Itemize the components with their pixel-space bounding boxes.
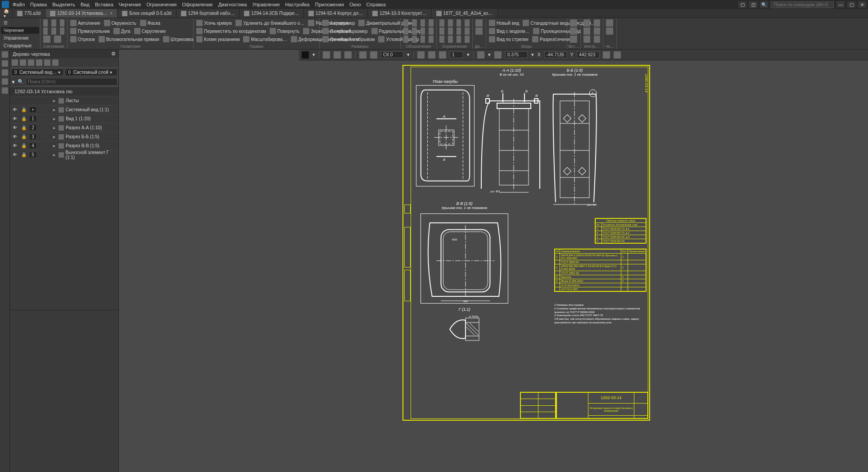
menu-manage[interactable]: Управление (252, 2, 280, 7)
tree-search-input[interactable] (26, 78, 118, 86)
lock-icon[interactable]: 🔒 (21, 107, 27, 112)
menu-insert[interactable]: Вставка (95, 2, 113, 7)
close-button[interactable]: ✕ (858, 1, 866, 8)
tree-row[interactable]: 👁🔒•▸Системный вид (1:1) (10, 105, 118, 114)
tree-row[interactable]: 👁🔒4▸Разрез В-В (1:5) (10, 141, 118, 150)
menu-window[interactable]: Окно (349, 2, 361, 7)
balloon-icon[interactable] (429, 36, 434, 43)
equal-icon[interactable] (457, 27, 461, 35)
open-icon[interactable] (51, 19, 56, 27)
gear-icon[interactable]: ⚙ (111, 51, 116, 57)
rect-button[interactable]: Прямоугольник (70, 28, 110, 34)
tang-icon[interactable] (439, 27, 444, 35)
d2-icon[interactable] (606, 27, 613, 35)
segment-button[interactable]: Отрезок (70, 36, 95, 42)
maximize-button[interactable]: ▢ (847, 1, 855, 8)
menu-settings[interactable]: Настройка (285, 2, 310, 7)
tab-doc[interactable]: 1294 бортовой набо… (176, 9, 240, 18)
perp-icon[interactable] (465, 19, 470, 27)
eye-icon[interactable]: 👁 (12, 152, 18, 157)
menu-drawing[interactable]: Черчение (119, 2, 141, 7)
y-input[interactable] (577, 51, 599, 58)
menu-edit[interactable]: Правка (30, 2, 47, 7)
ins-icon[interactable] (570, 19, 577, 27)
view-dropdown[interactable]: 0Системный вид…▾ (11, 68, 64, 76)
t6-icon[interactable] (594, 36, 601, 43)
eye-icon[interactable]: 👁 (12, 134, 18, 139)
tree-tool-icon[interactable] (20, 59, 26, 66)
circle-button[interactable]: Окружность (104, 20, 136, 26)
redo-icon[interactable] (60, 27, 64, 35)
save-icon[interactable] (60, 19, 64, 27)
t3-icon[interactable] (583, 27, 590, 35)
col-icon[interactable] (457, 36, 461, 43)
rail-icon[interactable] (2, 78, 8, 85)
x-input[interactable] (544, 51, 567, 58)
tab-doc[interactable]: 775.a3d (13, 9, 45, 18)
lock-icon[interactable]: 🔒 (21, 125, 27, 130)
mark2-icon[interactable] (429, 19, 434, 27)
command-search-input[interactable] (771, 1, 834, 8)
autoline-button[interactable]: Автолиния (70, 20, 100, 26)
tab-doc[interactable]: Блок секций 0-5.a3d (118, 9, 176, 18)
move-button[interactable]: Переместить по координатам (196, 28, 266, 34)
sym-icon[interactable] (439, 36, 444, 43)
tab-doc[interactable]: 1294-92-4 Корпус дл… (304, 9, 368, 18)
text-icon[interactable] (403, 19, 408, 27)
mark-icon[interactable] (420, 19, 425, 27)
vert-icon[interactable] (448, 19, 453, 27)
t1-icon[interactable] (583, 19, 590, 27)
paste-icon[interactable] (54, 36, 61, 43)
newview-button[interactable]: Новый вид (489, 20, 519, 26)
tree-row[interactable]: 👁🔒5▸Выносной элемент Г (1:1) (10, 150, 118, 159)
t5-icon[interactable] (583, 36, 590, 43)
section-button[interactable]: Разрез/сечение (532, 36, 572, 42)
leader-icon[interactable] (412, 19, 417, 27)
tab-doc[interactable]: 1294-14-3СБ Подкре… (240, 9, 304, 18)
grid-icon[interactable] (359, 51, 366, 59)
lock-icon[interactable]: 🔒 (21, 134, 27, 139)
tab-doc[interactable]: 1294-10-3 Конструкт… (368, 9, 431, 18)
ct-icon[interactable] (603, 51, 610, 59)
eye-icon[interactable]: 👁 (12, 143, 18, 148)
print-icon[interactable] (43, 27, 48, 35)
table-icon[interactable] (403, 27, 408, 35)
ribbon-tab[interactable]: ☰ (1, 19, 39, 26)
param-icon[interactable] (428, 51, 435, 59)
tree-row[interactable]: 👁🔒1▸Вид 1 (1:20) (10, 114, 118, 123)
zoom-icon[interactable] (477, 51, 484, 59)
conc-icon[interactable] (465, 36, 470, 43)
modelview-button[interactable]: Вид с модели… (489, 28, 529, 34)
t2-icon[interactable] (594, 19, 601, 27)
ribbon-tab-drawing[interactable]: Черчение (1, 27, 39, 34)
aux-button[interactable]: Вспомогательная прямая (99, 36, 159, 42)
menu-design[interactable]: Оформление (182, 2, 212, 7)
fix-icon[interactable] (465, 27, 470, 35)
diag2-icon[interactable] (475, 27, 483, 35)
menu-constraints[interactable]: Ограничения (146, 2, 176, 7)
tree-row[interactable]: 👁🔒3▸Разрез Б-Б (1:5) (10, 132, 118, 141)
layout2-icon[interactable]: ◫ (749, 1, 757, 8)
tree-root[interactable]: 1292-03-14 Установка лю (10, 87, 118, 96)
snap-icon[interactable] (370, 51, 377, 59)
tree-tool-icon[interactable] (52, 59, 59, 66)
tab-home[interactable]: 🏠▾ (0, 9, 13, 18)
lock-icon[interactable]: 🔒 (21, 143, 27, 148)
d1-icon[interactable] (606, 19, 613, 27)
menu-help[interactable]: Справка (366, 2, 386, 7)
tree-row[interactable]: 👁🔒2▸Разрез А-А (1:10) (10, 123, 118, 132)
coinc-icon[interactable] (448, 27, 453, 35)
layer-dropdown[interactable]: 0Системный слой▾ (65, 68, 118, 76)
tree-tool-icon[interactable] (44, 59, 50, 66)
weld-icon[interactable] (420, 27, 425, 35)
autodim-button[interactable]: Авторазмер (322, 20, 355, 26)
undo-icon[interactable] (51, 27, 56, 35)
rail-icon[interactable] (2, 69, 8, 76)
step-icon[interactable] (439, 51, 446, 59)
rough-icon[interactable] (412, 27, 417, 35)
layout-icon[interactable]: ▢ (738, 1, 746, 8)
eye-icon[interactable]: 👁 (12, 107, 18, 112)
fillet-button[interactable]: Скругление (134, 28, 166, 34)
extend-button[interactable]: Удлинить до ближайшего о… (235, 20, 304, 26)
scale-button[interactable]: Масштабирова… (243, 36, 287, 42)
